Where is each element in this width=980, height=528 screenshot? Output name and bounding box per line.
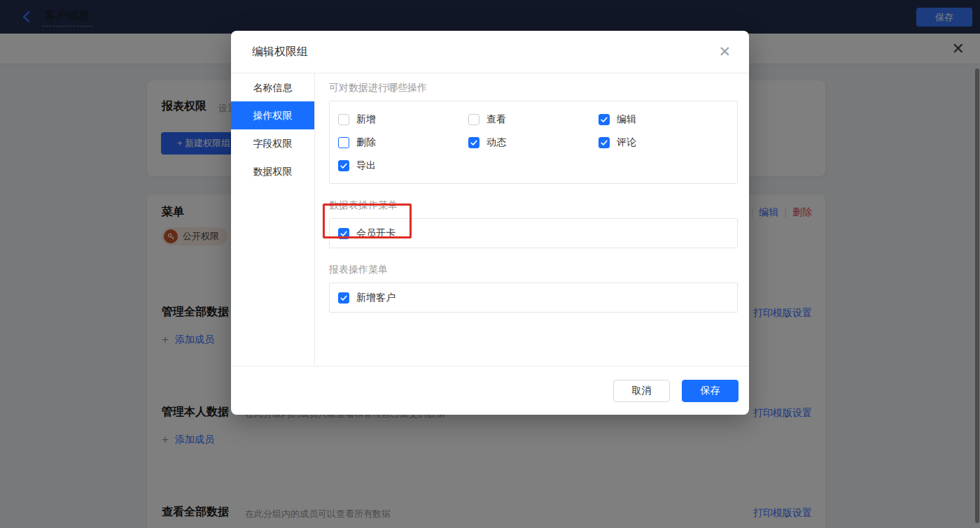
checkbox-label: 删除 bbox=[356, 136, 376, 149]
modal-body: 名称信息 操作权限 字段权限 数据权限 可对数据进行哪些操作 新增 查看 bbox=[231, 73, 749, 366]
report-menu-section-label: 报表操作菜单 bbox=[329, 264, 738, 276]
checkbox-view[interactable]: 查看 bbox=[468, 113, 598, 126]
tab-data-permission[interactable]: 数据权限 bbox=[231, 157, 314, 185]
modal-main-panel: 可对数据进行哪些操作 新增 查看 编辑 bbox=[315, 73, 752, 366]
table-menu-section-label: 数据表操作菜单 bbox=[329, 199, 738, 212]
checkbox-icon[interactable] bbox=[598, 137, 610, 148]
modal-footer: 取消 保存 bbox=[231, 366, 749, 415]
checkbox-icon[interactable] bbox=[338, 137, 349, 148]
checkbox-delete[interactable]: 删除 bbox=[338, 136, 468, 149]
operations-checkbox-group: 新增 查看 编辑 删除 bbox=[329, 101, 738, 184]
screen: 客户信息 保存 ✕ 报表权限 设置成员对报表的操作权限 + 新建权限组 菜单 公… bbox=[0, 0, 980, 528]
checkbox-label: 会员开卡 bbox=[356, 227, 396, 240]
checkbox-label: 编辑 bbox=[617, 113, 636, 126]
checkbox-member-card[interactable]: 会员开卡 bbox=[338, 227, 396, 240]
modal-title: 编辑权限组 bbox=[252, 45, 308, 59]
table-menu-checkbox-group: 会员开卡 bbox=[329, 218, 738, 248]
checkbox-icon[interactable] bbox=[338, 114, 349, 125]
checkbox-icon[interactable] bbox=[338, 160, 349, 171]
checkbox-icon[interactable] bbox=[338, 292, 349, 304]
checkbox-label: 动态 bbox=[486, 136, 506, 149]
tab-name-info[interactable]: 名称信息 bbox=[231, 73, 314, 101]
checkbox-icon[interactable] bbox=[468, 114, 479, 125]
checkbox-icon[interactable] bbox=[468, 137, 479, 148]
cancel-button[interactable]: 取消 bbox=[613, 380, 670, 402]
operations-section-label: 可对数据进行哪些操作 bbox=[329, 82, 738, 94]
checkbox-export[interactable]: 导出 bbox=[338, 159, 468, 172]
modal-header: 编辑权限组 ✕ bbox=[231, 31, 749, 73]
checkbox-label: 新增 bbox=[356, 113, 376, 126]
checkbox-label: 导出 bbox=[356, 159, 376, 172]
checkbox-label: 评论 bbox=[617, 136, 636, 149]
checkbox-activity[interactable]: 动态 bbox=[468, 136, 598, 149]
checkbox-new-customer[interactable]: 新增客户 bbox=[338, 292, 396, 304]
checkbox-edit[interactable]: 编辑 bbox=[598, 113, 729, 126]
modal-close-icon[interactable]: ✕ bbox=[718, 43, 731, 60]
checkbox-icon[interactable] bbox=[598, 114, 610, 125]
checkbox-label: 新增客户 bbox=[356, 292, 396, 304]
report-menu-checkbox-group: 新增客户 bbox=[329, 283, 738, 313]
checkbox-icon[interactable] bbox=[338, 228, 349, 239]
checkbox-label: 查看 bbox=[486, 113, 506, 126]
checkbox-comment[interactable]: 评论 bbox=[598, 136, 729, 149]
tab-field-permission[interactable]: 字段权限 bbox=[231, 129, 314, 157]
modal-sidebar: 名称信息 操作权限 字段权限 数据权限 bbox=[231, 73, 315, 366]
edit-permission-group-modal: 编辑权限组 ✕ 名称信息 操作权限 字段权限 数据权限 可对数据进行哪些操作 新… bbox=[231, 31, 749, 415]
checkbox-create[interactable]: 新增 bbox=[338, 113, 468, 126]
save-button[interactable]: 保存 bbox=[682, 380, 738, 402]
tab-operation-permission[interactable]: 操作权限 bbox=[231, 101, 314, 129]
